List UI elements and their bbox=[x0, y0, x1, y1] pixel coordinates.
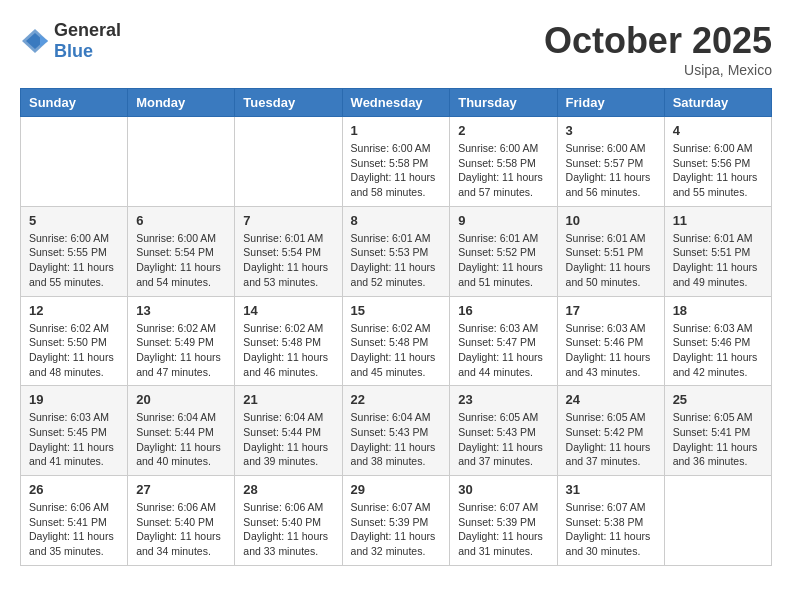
calendar-cell: 1Sunrise: 6:00 AM Sunset: 5:58 PM Daylig… bbox=[342, 117, 450, 207]
calendar-cell: 29Sunrise: 6:07 AM Sunset: 5:39 PM Dayli… bbox=[342, 476, 450, 566]
calendar-table: SundayMondayTuesdayWednesdayThursdayFrid… bbox=[20, 88, 772, 566]
day-info: Sunrise: 6:01 AM Sunset: 5:52 PM Dayligh… bbox=[458, 231, 548, 290]
calendar-cell: 17Sunrise: 6:03 AM Sunset: 5:46 PM Dayli… bbox=[557, 296, 664, 386]
day-info: Sunrise: 6:06 AM Sunset: 5:40 PM Dayligh… bbox=[243, 500, 333, 559]
day-number: 15 bbox=[351, 303, 442, 318]
day-info: Sunrise: 6:02 AM Sunset: 5:49 PM Dayligh… bbox=[136, 321, 226, 380]
day-info: Sunrise: 6:00 AM Sunset: 5:56 PM Dayligh… bbox=[673, 141, 763, 200]
calendar-cell: 15Sunrise: 6:02 AM Sunset: 5:48 PM Dayli… bbox=[342, 296, 450, 386]
day-info: Sunrise: 6:02 AM Sunset: 5:48 PM Dayligh… bbox=[243, 321, 333, 380]
day-info: Sunrise: 6:02 AM Sunset: 5:48 PM Dayligh… bbox=[351, 321, 442, 380]
title-area: October 2025 Usipa, Mexico bbox=[544, 20, 772, 78]
calendar-cell: 5Sunrise: 6:00 AM Sunset: 5:55 PM Daylig… bbox=[21, 206, 128, 296]
calendar-cell: 16Sunrise: 6:03 AM Sunset: 5:47 PM Dayli… bbox=[450, 296, 557, 386]
calendar-week-4: 19Sunrise: 6:03 AM Sunset: 5:45 PM Dayli… bbox=[21, 386, 772, 476]
day-info: Sunrise: 6:00 AM Sunset: 5:57 PM Dayligh… bbox=[566, 141, 656, 200]
day-info: Sunrise: 6:04 AM Sunset: 5:43 PM Dayligh… bbox=[351, 410, 442, 469]
calendar-week-3: 12Sunrise: 6:02 AM Sunset: 5:50 PM Dayli… bbox=[21, 296, 772, 386]
calendar-week-1: 1Sunrise: 6:00 AM Sunset: 5:58 PM Daylig… bbox=[21, 117, 772, 207]
logo-general: General bbox=[54, 20, 121, 40]
calendar-cell: 31Sunrise: 6:07 AM Sunset: 5:38 PM Dayli… bbox=[557, 476, 664, 566]
calendar-cell bbox=[128, 117, 235, 207]
day-info: Sunrise: 6:00 AM Sunset: 5:58 PM Dayligh… bbox=[458, 141, 548, 200]
day-number: 2 bbox=[458, 123, 548, 138]
calendar-cell: 9Sunrise: 6:01 AM Sunset: 5:52 PM Daylig… bbox=[450, 206, 557, 296]
day-number: 31 bbox=[566, 482, 656, 497]
day-number: 20 bbox=[136, 392, 226, 407]
day-number: 14 bbox=[243, 303, 333, 318]
logo-icon bbox=[20, 27, 50, 55]
calendar-cell: 23Sunrise: 6:05 AM Sunset: 5:43 PM Dayli… bbox=[450, 386, 557, 476]
calendar-cell: 7Sunrise: 6:01 AM Sunset: 5:54 PM Daylig… bbox=[235, 206, 342, 296]
calendar-cell: 13Sunrise: 6:02 AM Sunset: 5:49 PM Dayli… bbox=[128, 296, 235, 386]
day-number: 11 bbox=[673, 213, 763, 228]
day-number: 12 bbox=[29, 303, 119, 318]
calendar-cell: 10Sunrise: 6:01 AM Sunset: 5:51 PM Dayli… bbox=[557, 206, 664, 296]
day-number: 17 bbox=[566, 303, 656, 318]
calendar-cell: 25Sunrise: 6:05 AM Sunset: 5:41 PM Dayli… bbox=[664, 386, 771, 476]
svg-marker-2 bbox=[40, 35, 48, 47]
day-header-saturday: Saturday bbox=[664, 89, 771, 117]
day-number: 26 bbox=[29, 482, 119, 497]
day-info: Sunrise: 6:05 AM Sunset: 5:43 PM Dayligh… bbox=[458, 410, 548, 469]
logo-blue: Blue bbox=[54, 41, 93, 61]
calendar-cell: 4Sunrise: 6:00 AM Sunset: 5:56 PM Daylig… bbox=[664, 117, 771, 207]
calendar-cell: 30Sunrise: 6:07 AM Sunset: 5:39 PM Dayli… bbox=[450, 476, 557, 566]
day-info: Sunrise: 6:03 AM Sunset: 5:45 PM Dayligh… bbox=[29, 410, 119, 469]
day-number: 16 bbox=[458, 303, 548, 318]
calendar-cell: 11Sunrise: 6:01 AM Sunset: 5:51 PM Dayli… bbox=[664, 206, 771, 296]
calendar-cell: 24Sunrise: 6:05 AM Sunset: 5:42 PM Dayli… bbox=[557, 386, 664, 476]
day-number: 29 bbox=[351, 482, 442, 497]
calendar-cell: 12Sunrise: 6:02 AM Sunset: 5:50 PM Dayli… bbox=[21, 296, 128, 386]
day-number: 21 bbox=[243, 392, 333, 407]
day-number: 25 bbox=[673, 392, 763, 407]
day-info: Sunrise: 6:00 AM Sunset: 5:54 PM Dayligh… bbox=[136, 231, 226, 290]
day-number: 27 bbox=[136, 482, 226, 497]
day-info: Sunrise: 6:06 AM Sunset: 5:41 PM Dayligh… bbox=[29, 500, 119, 559]
calendar-cell: 2Sunrise: 6:00 AM Sunset: 5:58 PM Daylig… bbox=[450, 117, 557, 207]
calendar-cell bbox=[21, 117, 128, 207]
month-title: October 2025 bbox=[544, 20, 772, 62]
calendar-cell bbox=[235, 117, 342, 207]
day-number: 18 bbox=[673, 303, 763, 318]
calendar-cell: 20Sunrise: 6:04 AM Sunset: 5:44 PM Dayli… bbox=[128, 386, 235, 476]
day-number: 30 bbox=[458, 482, 548, 497]
day-info: Sunrise: 6:04 AM Sunset: 5:44 PM Dayligh… bbox=[136, 410, 226, 469]
calendar-week-2: 5Sunrise: 6:00 AM Sunset: 5:55 PM Daylig… bbox=[21, 206, 772, 296]
day-info: Sunrise: 6:07 AM Sunset: 5:39 PM Dayligh… bbox=[458, 500, 548, 559]
day-number: 28 bbox=[243, 482, 333, 497]
calendar-cell: 21Sunrise: 6:04 AM Sunset: 5:44 PM Dayli… bbox=[235, 386, 342, 476]
day-info: Sunrise: 6:01 AM Sunset: 5:51 PM Dayligh… bbox=[566, 231, 656, 290]
day-info: Sunrise: 6:04 AM Sunset: 5:44 PM Dayligh… bbox=[243, 410, 333, 469]
day-header-monday: Monday bbox=[128, 89, 235, 117]
day-number: 10 bbox=[566, 213, 656, 228]
calendar-cell: 14Sunrise: 6:02 AM Sunset: 5:48 PM Dayli… bbox=[235, 296, 342, 386]
calendar-cell: 26Sunrise: 6:06 AM Sunset: 5:41 PM Dayli… bbox=[21, 476, 128, 566]
day-number: 1 bbox=[351, 123, 442, 138]
day-header-sunday: Sunday bbox=[21, 89, 128, 117]
page-header: General Blue October 2025 Usipa, Mexico bbox=[20, 20, 772, 78]
day-number: 5 bbox=[29, 213, 119, 228]
calendar-cell: 19Sunrise: 6:03 AM Sunset: 5:45 PM Dayli… bbox=[21, 386, 128, 476]
day-number: 3 bbox=[566, 123, 656, 138]
day-info: Sunrise: 6:01 AM Sunset: 5:51 PM Dayligh… bbox=[673, 231, 763, 290]
day-info: Sunrise: 6:03 AM Sunset: 5:46 PM Dayligh… bbox=[673, 321, 763, 380]
calendar-cell: 8Sunrise: 6:01 AM Sunset: 5:53 PM Daylig… bbox=[342, 206, 450, 296]
calendar-header-row: SundayMondayTuesdayWednesdayThursdayFrid… bbox=[21, 89, 772, 117]
day-number: 4 bbox=[673, 123, 763, 138]
calendar-cell bbox=[664, 476, 771, 566]
day-number: 24 bbox=[566, 392, 656, 407]
calendar-cell: 27Sunrise: 6:06 AM Sunset: 5:40 PM Dayli… bbox=[128, 476, 235, 566]
day-header-wednesday: Wednesday bbox=[342, 89, 450, 117]
day-info: Sunrise: 6:00 AM Sunset: 5:55 PM Dayligh… bbox=[29, 231, 119, 290]
day-info: Sunrise: 6:03 AM Sunset: 5:47 PM Dayligh… bbox=[458, 321, 548, 380]
day-number: 8 bbox=[351, 213, 442, 228]
location: Usipa, Mexico bbox=[544, 62, 772, 78]
calendar-cell: 3Sunrise: 6:00 AM Sunset: 5:57 PM Daylig… bbox=[557, 117, 664, 207]
calendar-week-5: 26Sunrise: 6:06 AM Sunset: 5:41 PM Dayli… bbox=[21, 476, 772, 566]
day-info: Sunrise: 6:01 AM Sunset: 5:54 PM Dayligh… bbox=[243, 231, 333, 290]
day-info: Sunrise: 6:05 AM Sunset: 5:42 PM Dayligh… bbox=[566, 410, 656, 469]
day-info: Sunrise: 6:06 AM Sunset: 5:40 PM Dayligh… bbox=[136, 500, 226, 559]
day-number: 23 bbox=[458, 392, 548, 407]
day-info: Sunrise: 6:02 AM Sunset: 5:50 PM Dayligh… bbox=[29, 321, 119, 380]
